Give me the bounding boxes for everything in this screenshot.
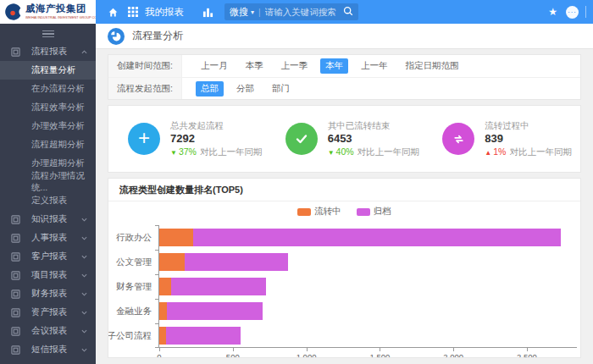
favorite-star-icon[interactable]: ★ — [548, 6, 557, 18]
check-icon — [285, 123, 318, 155]
filter-option-指定日期范围[interactable]: 指定日期范围 — [401, 58, 464, 74]
sidebar-item-项目报表[interactable]: 项目报表 — [0, 266, 96, 284]
stat-info: 流转过程中839▲1%对比上一年同期 — [485, 119, 572, 159]
x-axis-tick — [380, 348, 380, 351]
stat-card: 其中已流转结束6453▼40%对比上一年同期 — [266, 106, 424, 172]
sidebar-item-label: 在办流程分析 — [31, 83, 85, 95]
chevron-down-icon — [81, 310, 87, 316]
refresh-icon — [442, 123, 474, 155]
filter-option-本季[interactable]: 本季 — [241, 58, 269, 74]
filter-option-部门[interactable]: 部门 — [267, 81, 295, 97]
legend-item-归档[interactable]: 归档 — [357, 206, 391, 218]
stat-title: 总共发起流程 — [170, 119, 262, 131]
bar-segment-归档[interactable] — [167, 302, 263, 320]
x-axis-label: 2,000 — [443, 352, 463, 358]
company-name-en: WEIHAI INDUSTRIAL INVESTMENT GROUP CO.,L… — [25, 16, 104, 19]
category-label: 行政办公 — [108, 225, 158, 250]
chevron-down-icon — [81, 217, 87, 223]
bar-segment-流转中[interactable] — [159, 278, 171, 295]
filter-option-上一季[interactable]: 上一季 — [276, 58, 313, 74]
sidebar-collapse-button[interactable] — [0, 25, 96, 42]
sidebar-item-流程量分析[interactable]: 流程量分析 — [0, 61, 96, 80]
sidebar-item-流程报表[interactable]: 流程报表 — [0, 42, 96, 61]
x-axis-label: 1,000 — [296, 352, 317, 358]
legend-label: 流转中 — [314, 206, 341, 218]
sidebar: 流程报表流程量分析在办流程分析流程效率分析办理效率分析流程超期分析办理超期分析流… — [0, 24, 96, 364]
my-reports-tab[interactable]: 我的报表 — [145, 6, 184, 19]
bar-segment-归档[interactable] — [185, 253, 288, 271]
sidebar-item-人事报表[interactable]: 人事报表 — [0, 229, 96, 247]
sidebar-item-流程超期分析[interactable]: 流程超期分析 — [0, 135, 96, 154]
search-icon[interactable] — [343, 4, 353, 19]
sidebar-item-财务报表[interactable]: 财务报表 — [0, 284, 96, 303]
sidebar-item-label: 知识报表 — [31, 213, 67, 225]
bar-chart-icon[interactable] — [199, 3, 216, 20]
chevron-down-icon — [81, 347, 87, 353]
trend-down-icon: ▼ — [170, 149, 177, 157]
filter-panel: 创建时间范围:上一月本季上一季本年上一年指定日期范围流程发起范围:总部分部部门 — [108, 54, 581, 100]
filter-options: 总部分部部门 — [182, 78, 302, 99]
bar-segment-归档[interactable] — [166, 327, 241, 345]
report-folder-icon — [11, 308, 20, 317]
legend-item-流转中[interactable]: 流转中 — [297, 206, 341, 218]
sidebar-item-流程办理情况统[interactable]: 流程办理情况统... — [0, 173, 96, 191]
stat-card: +总共发起流程7292▼37%对比上一年同期 — [108, 106, 266, 172]
legend-swatch — [357, 208, 370, 216]
filter-option-总部[interactable]: 总部 — [196, 81, 224, 97]
sidebar-item-在办流程分析[interactable]: 在办流程分析 — [0, 80, 96, 98]
bar-segment-流转中[interactable] — [159, 229, 193, 246]
trend-down-icon: ▼ — [328, 149, 335, 157]
company-logo-icon — [4, 3, 23, 21]
sidebar-item-资产报表[interactable]: 资产报表 — [0, 303, 96, 322]
legend-label: 归档 — [374, 206, 391, 218]
bar-segment-归档[interactable] — [193, 229, 561, 246]
home-icon[interactable] — [104, 3, 121, 20]
bar-segment-流转中[interactable] — [159, 327, 166, 345]
main-content: 创建时间范围:上一月本季上一季本年上一年指定日期范围流程发起范围:总部分部部门 … — [96, 49, 593, 364]
stat-percent: 40% — [336, 146, 354, 157]
search-input[interactable] — [265, 7, 343, 17]
apps-grid-icon[interactable] — [125, 3, 141, 20]
filter-option-分部[interactable]: 分部 — [231, 81, 259, 97]
filter-option-上一月[interactable]: 上一月 — [196, 58, 233, 74]
search-divider: | — [258, 8, 261, 17]
chart-panel: 流程类型创建数量排名(TOP5) 流转中归档 行政办公公文管理财务管理金融业务子… — [108, 178, 581, 358]
stat-compare-label: 对比上一年同期 — [200, 146, 263, 157]
hamburger-icon — [42, 29, 54, 40]
report-folder-icon — [11, 252, 20, 262]
stat-compare-label: 对比上一年同期 — [357, 146, 420, 157]
sidebar-item-label: 流程报表 — [31, 46, 67, 58]
pie-chart-icon — [108, 28, 125, 45]
bar-segment-归档[interactable] — [171, 278, 266, 295]
sidebar-item-知识报表[interactable]: 知识报表 — [0, 210, 96, 229]
more-options-icon[interactable]: ... — [566, 6, 579, 19]
sidebar-item-流程效率分析[interactable]: 流程效率分析 — [0, 98, 96, 117]
sidebar-item-会议报表[interactable]: 会议报表 — [0, 322, 96, 340]
sidebar-item-label: 资产报表 — [31, 306, 67, 318]
filter-option-上一年[interactable]: 上一年 — [356, 58, 393, 74]
stat-info: 其中已流转结束6453▼40%对比上一年同期 — [328, 119, 419, 159]
sidebar-item-定义报表[interactable]: 定义报表 — [0, 191, 96, 210]
y-axis-tick — [155, 299, 158, 300]
sidebar-item-短信报表[interactable]: 短信报表 — [0, 340, 96, 359]
chevron-down-icon — [81, 328, 87, 334]
chevron-down-icon[interactable]: ▾ — [251, 8, 254, 16]
report-folder-icon — [11, 327, 20, 336]
x-axis-label: 2,500 — [517, 352, 537, 358]
report-folder-icon — [11, 47, 20, 57]
filter-option-本年[interactable]: 本年 — [320, 58, 348, 74]
report-folder-icon — [11, 271, 20, 280]
chevron-down-icon — [81, 291, 87, 297]
y-axis-tick — [155, 274, 158, 275]
stat-value: 839 — [485, 131, 572, 146]
bar-segment-流转中[interactable] — [159, 302, 167, 320]
sidebar-item-label: 办理超期分析 — [31, 157, 85, 169]
x-axis-label: 1,500 — [369, 352, 390, 358]
bar-segment-流转中[interactable] — [159, 253, 185, 271]
filter-row: 流程发起范围:总部分部部门 — [108, 77, 580, 99]
x-axis-tick — [527, 348, 528, 351]
sidebar-item-办理效率分析[interactable]: 办理效率分析 — [0, 117, 96, 135]
wesearch-dropdown[interactable]: 微搜 — [230, 6, 248, 19]
page-title: 流程量分析 — [132, 29, 183, 43]
sidebar-item-客户报表[interactable]: 客户报表 — [0, 247, 96, 266]
